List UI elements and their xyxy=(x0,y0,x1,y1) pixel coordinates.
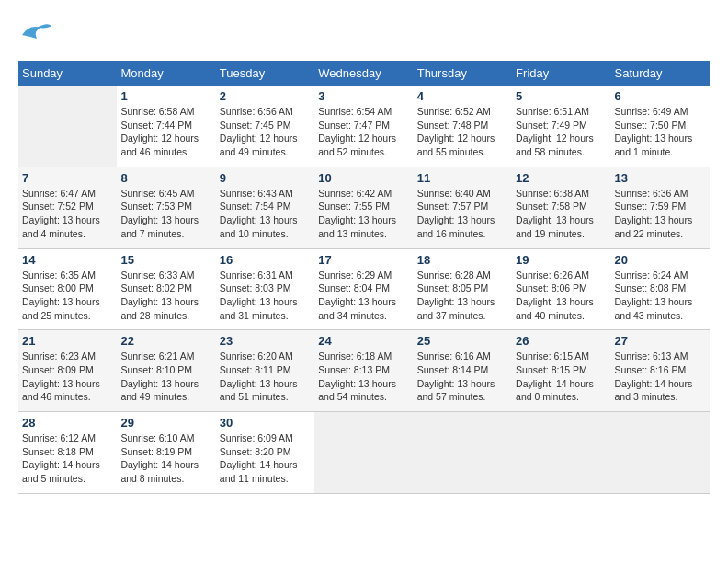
calendar-cell: 1Sunrise: 6:58 AM Sunset: 7:44 PM Daylig… xyxy=(117,86,215,167)
day-info: Sunrise: 6:47 AM Sunset: 7:52 PM Dayligh… xyxy=(22,187,113,241)
calendar-cell: 8Sunrise: 6:45 AM Sunset: 7:53 PM Daylig… xyxy=(117,167,215,248)
header-monday: Monday xyxy=(117,61,215,86)
logo-icon xyxy=(18,18,55,52)
day-info: Sunrise: 6:26 AM Sunset: 8:06 PM Dayligh… xyxy=(516,269,607,323)
header-tuesday: Tuesday xyxy=(216,61,314,86)
calendar-cell xyxy=(18,86,117,167)
day-info: Sunrise: 6:51 AM Sunset: 7:49 PM Dayligh… xyxy=(516,105,607,159)
header-saturday: Saturday xyxy=(611,61,710,86)
page-header xyxy=(18,18,710,52)
calendar-cell: 19Sunrise: 6:26 AM Sunset: 8:06 PM Dayli… xyxy=(512,248,610,330)
day-info: Sunrise: 6:45 AM Sunset: 7:53 PM Dayligh… xyxy=(120,187,211,241)
day-number: 10 xyxy=(318,171,409,185)
calendar-cell xyxy=(314,412,413,494)
week-row-4: 21Sunrise: 6:23 AM Sunset: 8:09 PM Dayli… xyxy=(18,330,710,412)
day-number: 24 xyxy=(318,334,409,348)
day-number: 1 xyxy=(120,89,211,103)
day-number: 8 xyxy=(120,171,211,185)
day-number: 14 xyxy=(22,253,113,267)
day-number: 21 xyxy=(22,334,113,348)
calendar-cell: 26Sunrise: 6:15 AM Sunset: 8:15 PM Dayli… xyxy=(512,330,610,412)
calendar-cell xyxy=(414,412,512,494)
day-number: 26 xyxy=(516,334,607,348)
calendar-cell: 18Sunrise: 6:28 AM Sunset: 8:05 PM Dayli… xyxy=(414,248,512,330)
day-number: 15 xyxy=(120,253,211,267)
day-info: Sunrise: 6:54 AM Sunset: 7:47 PM Dayligh… xyxy=(318,105,409,159)
day-number: 27 xyxy=(615,334,706,348)
header-sunday: Sunday xyxy=(18,61,117,86)
day-number: 18 xyxy=(417,253,508,267)
calendar-cell: 28Sunrise: 6:12 AM Sunset: 8:18 PM Dayli… xyxy=(18,412,117,494)
calendar-cell: 30Sunrise: 6:09 AM Sunset: 8:20 PM Dayli… xyxy=(216,412,314,494)
day-number: 19 xyxy=(516,253,607,267)
calendar-cell xyxy=(611,412,710,494)
week-row-2: 7Sunrise: 6:47 AM Sunset: 7:52 PM Daylig… xyxy=(18,167,710,248)
calendar-cell xyxy=(512,412,610,494)
day-info: Sunrise: 6:15 AM Sunset: 8:15 PM Dayligh… xyxy=(516,350,607,404)
header-wednesday: Wednesday xyxy=(314,61,413,86)
day-number: 23 xyxy=(220,334,311,348)
calendar-cell: 10Sunrise: 6:42 AM Sunset: 7:55 PM Dayli… xyxy=(314,167,413,248)
day-number: 5 xyxy=(516,89,607,103)
day-info: Sunrise: 6:16 AM Sunset: 8:14 PM Dayligh… xyxy=(417,350,508,404)
header-thursday: Thursday xyxy=(414,61,512,86)
day-number: 12 xyxy=(516,171,607,185)
day-info: Sunrise: 6:52 AM Sunset: 7:48 PM Dayligh… xyxy=(417,105,508,159)
calendar-cell: 20Sunrise: 6:24 AM Sunset: 8:08 PM Dayli… xyxy=(611,248,710,330)
day-info: Sunrise: 6:20 AM Sunset: 8:11 PM Dayligh… xyxy=(220,350,311,404)
day-number: 3 xyxy=(318,89,409,103)
calendar-cell: 14Sunrise: 6:35 AM Sunset: 8:00 PM Dayli… xyxy=(18,248,117,330)
calendar-cell: 23Sunrise: 6:20 AM Sunset: 8:11 PM Dayli… xyxy=(216,330,314,412)
day-info: Sunrise: 6:23 AM Sunset: 8:09 PM Dayligh… xyxy=(22,350,113,404)
day-info: Sunrise: 6:33 AM Sunset: 8:02 PM Dayligh… xyxy=(120,269,211,323)
calendar-cell: 11Sunrise: 6:40 AM Sunset: 7:57 PM Dayli… xyxy=(414,167,512,248)
day-info: Sunrise: 6:21 AM Sunset: 8:10 PM Dayligh… xyxy=(120,350,211,404)
calendar-cell: 16Sunrise: 6:31 AM Sunset: 8:03 PM Dayli… xyxy=(216,248,314,330)
day-info: Sunrise: 6:18 AM Sunset: 8:13 PM Dayligh… xyxy=(318,350,409,404)
day-number: 25 xyxy=(417,334,508,348)
calendar-cell: 13Sunrise: 6:36 AM Sunset: 7:59 PM Dayli… xyxy=(611,167,710,248)
day-number: 29 xyxy=(120,416,211,430)
calendar-cell: 21Sunrise: 6:23 AM Sunset: 8:09 PM Dayli… xyxy=(18,330,117,412)
calendar-cell: 27Sunrise: 6:13 AM Sunset: 8:16 PM Dayli… xyxy=(611,330,710,412)
day-info: Sunrise: 6:49 AM Sunset: 7:50 PM Dayligh… xyxy=(615,105,706,159)
day-info: Sunrise: 6:56 AM Sunset: 7:45 PM Dayligh… xyxy=(220,105,311,159)
day-info: Sunrise: 6:58 AM Sunset: 7:44 PM Dayligh… xyxy=(120,105,211,159)
day-number: 28 xyxy=(22,416,113,430)
day-number: 9 xyxy=(220,171,311,185)
logo xyxy=(18,18,59,52)
day-info: Sunrise: 6:13 AM Sunset: 8:16 PM Dayligh… xyxy=(615,350,706,404)
day-info: Sunrise: 6:12 AM Sunset: 8:18 PM Dayligh… xyxy=(22,431,113,486)
week-row-5: 28Sunrise: 6:12 AM Sunset: 8:18 PM Dayli… xyxy=(18,412,710,494)
calendar-cell: 24Sunrise: 6:18 AM Sunset: 8:13 PM Dayli… xyxy=(314,330,413,412)
day-number: 13 xyxy=(615,171,706,185)
calendar-cell: 12Sunrise: 6:38 AM Sunset: 7:58 PM Dayli… xyxy=(512,167,610,248)
day-number: 30 xyxy=(220,416,311,430)
day-number: 7 xyxy=(22,171,113,185)
day-number: 20 xyxy=(615,253,706,267)
day-number: 11 xyxy=(417,171,508,185)
calendar-cell: 2Sunrise: 6:56 AM Sunset: 7:45 PM Daylig… xyxy=(216,86,314,167)
calendar-cell: 17Sunrise: 6:29 AM Sunset: 8:04 PM Dayli… xyxy=(314,248,413,330)
calendar-cell: 22Sunrise: 6:21 AM Sunset: 8:10 PM Dayli… xyxy=(117,330,215,412)
day-info: Sunrise: 6:40 AM Sunset: 7:57 PM Dayligh… xyxy=(417,187,508,241)
day-number: 2 xyxy=(220,89,311,103)
day-info: Sunrise: 6:38 AM Sunset: 7:58 PM Dayligh… xyxy=(516,187,607,241)
calendar-cell: 6Sunrise: 6:49 AM Sunset: 7:50 PM Daylig… xyxy=(611,86,710,167)
day-number: 17 xyxy=(318,253,409,267)
calendar-cell: 4Sunrise: 6:52 AM Sunset: 7:48 PM Daylig… xyxy=(414,86,512,167)
week-row-3: 14Sunrise: 6:35 AM Sunset: 8:00 PM Dayli… xyxy=(18,248,710,330)
day-number: 4 xyxy=(417,89,508,103)
day-info: Sunrise: 6:31 AM Sunset: 8:03 PM Dayligh… xyxy=(220,269,311,323)
calendar-cell: 9Sunrise: 6:43 AM Sunset: 7:54 PM Daylig… xyxy=(216,167,314,248)
day-info: Sunrise: 6:24 AM Sunset: 8:08 PM Dayligh… xyxy=(615,269,706,323)
calendar-cell: 5Sunrise: 6:51 AM Sunset: 7:49 PM Daylig… xyxy=(512,86,610,167)
day-info: Sunrise: 6:35 AM Sunset: 8:00 PM Dayligh… xyxy=(22,269,113,323)
day-info: Sunrise: 6:29 AM Sunset: 8:04 PM Dayligh… xyxy=(318,269,409,323)
day-number: 22 xyxy=(120,334,211,348)
day-info: Sunrise: 6:09 AM Sunset: 8:20 PM Dayligh… xyxy=(220,431,311,486)
day-info: Sunrise: 6:43 AM Sunset: 7:54 PM Dayligh… xyxy=(220,187,311,241)
day-info: Sunrise: 6:36 AM Sunset: 7:59 PM Dayligh… xyxy=(615,187,706,241)
day-info: Sunrise: 6:28 AM Sunset: 8:05 PM Dayligh… xyxy=(417,269,508,323)
day-info: Sunrise: 6:42 AM Sunset: 7:55 PM Dayligh… xyxy=(318,187,409,241)
